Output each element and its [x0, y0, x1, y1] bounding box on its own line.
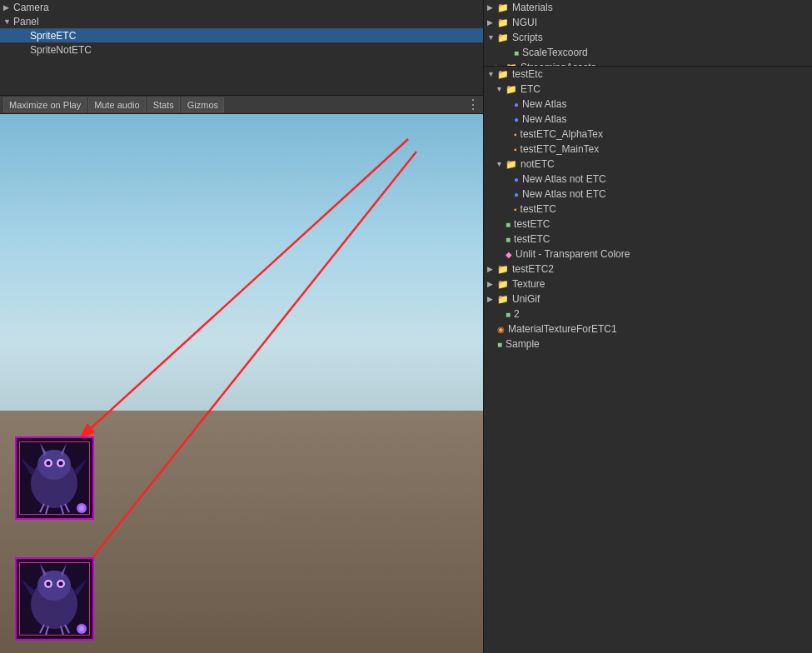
- script-icon: ■: [506, 220, 511, 229]
- proj-new-atlas-not-etc-2[interactable]: ● New Atlas not ETC: [484, 187, 812, 202]
- proj-testetc-maintex[interactable]: ▪ testETC_MainTex: [484, 142, 812, 157]
- svg-point-11: [47, 461, 51, 466]
- item-label: testETC: [514, 218, 550, 230]
- sky-background: [0, 114, 483, 437]
- proj-materials[interactable]: ▶ 📁 Materials: [484, 0, 812, 15]
- texture-icon: ▪: [514, 205, 517, 214]
- proj-materialtextureforetc1[interactable]: ◉ MaterialTextureForETC1: [484, 322, 812, 336]
- hierarchy-item-spriteetc[interactable]: SpriteETC: [0, 28, 483, 42]
- proj-2-script[interactable]: ■ 2: [484, 307, 812, 322]
- item-label: Unlit - Transparent Colore: [516, 248, 630, 260]
- script-icon: ■: [506, 310, 511, 319]
- scene-panel: ▶ Camera ▼ Panel SpriteETC SpriteNotETC …: [0, 0, 483, 653]
- top-hierarchy: ▶ 📁 Materials ▶ 📁 NGUI ▼ 📁 Scripts ■ Sca…: [484, 0, 812, 67]
- folder-icon: 📁: [506, 84, 517, 95]
- hierarchy-panel: ▶ Camera ▼ Panel SpriteETC SpriteNotETC: [0, 0, 483, 96]
- folder-icon: 📁: [506, 159, 517, 170]
- expand-icon: ▶: [487, 265, 494, 273]
- folder-icon: 📁: [497, 294, 509, 305]
- item-label: ScaleTexcoord: [522, 47, 588, 58]
- proj-etc-folder[interactable]: ▼ 📁 ETC: [484, 82, 812, 97]
- item-label: ETC: [521, 83, 541, 95]
- item-label: testETC2: [512, 263, 554, 275]
- item-label: notETC: [521, 158, 555, 170]
- expand-icon: ▶: [487, 3, 494, 12]
- script-icon: ■: [497, 340, 502, 349]
- expand-icon: ▶: [487, 280, 494, 288]
- shader-icon: ◆: [506, 250, 512, 259]
- folder-icon: 📁: [497, 264, 509, 275]
- sprite-etc: [15, 436, 94, 520]
- svg-point-25: [37, 571, 71, 601]
- mute-btn[interactable]: Mute audio: [88, 97, 145, 112]
- proj-new-atlas-not-etc-1[interactable]: ● New Atlas not ETC: [484, 172, 812, 187]
- proj-testetc-script1[interactable]: ■ testETC: [484, 217, 812, 232]
- expand-icon: ▼: [496, 160, 502, 168]
- svg-point-30: [47, 582, 51, 586]
- hierarchy-label: SpriteETC: [30, 30, 76, 42]
- proj-scripts[interactable]: ▼ 📁 Scripts: [484, 30, 812, 45]
- material-icon: ◉: [497, 325, 505, 334]
- atlas-icon: ●: [514, 175, 519, 184]
- expand-icon: ▶: [487, 18, 494, 27]
- proj-testetc-folder[interactable]: ▼ 📁 testEtc: [484, 67, 812, 82]
- sprite-not-etc: [15, 557, 94, 641]
- proj-testetc2-folder[interactable]: ▶ 📁 testETC2: [484, 262, 812, 277]
- more-options-icon[interactable]: ⋮: [466, 97, 480, 112]
- dragon-art-top: [19, 441, 90, 515]
- expand-icon: ▼: [487, 70, 494, 78]
- expand-icon: ▼: [487, 33, 494, 42]
- texture-icon: ▪: [514, 130, 517, 139]
- item-label: Sample: [506, 338, 540, 350]
- proj-texture-folder[interactable]: ▶ 📁 Texture: [484, 277, 812, 292]
- proj-testetc-alphatex[interactable]: ▪ testETC_AlphaTex: [484, 127, 812, 142]
- proj-notetc-folder[interactable]: ▼ 📁 notETC: [484, 157, 812, 172]
- expand-icon: ▼: [496, 85, 502, 93]
- proj-testetc-texture[interactable]: ▪ testETC: [484, 202, 812, 217]
- hierarchy-label: Camera: [13, 2, 49, 13]
- item-label: testETC: [514, 233, 550, 245]
- proj-testetc-script2[interactable]: ■ testETC: [484, 232, 812, 247]
- expand-arrow: ▼: [3, 17, 10, 26]
- proj-unigif-folder[interactable]: ▶ 📁 UniGif: [484, 292, 812, 307]
- svg-point-20: [79, 506, 84, 511]
- item-label: New Atlas: [522, 98, 566, 110]
- proj-sample-script[interactable]: ■ Sample: [484, 336, 812, 351]
- proj-streamingassets[interactable]: ▶ 📁 StreamingAssets: [484, 60, 812, 67]
- right-panel: ▶ 📁 Materials ▶ 📁 NGUI ▼ 📁 Scripts ■ Sca…: [483, 0, 812, 653]
- hierarchy-item-panel[interactable]: ▼ Panel: [0, 14, 483, 28]
- svg-point-12: [59, 461, 63, 466]
- item-label: testETC_MainTex: [521, 143, 600, 155]
- scene-viewport: [0, 114, 483, 653]
- proj-scaletexcoord[interactable]: ■ ScaleTexcoord: [484, 45, 812, 60]
- script-icon: ■: [514, 48, 519, 57]
- svg-point-31: [59, 582, 63, 586]
- hierarchy-item-camera[interactable]: ▶ Camera: [0, 0, 483, 14]
- folder-icon: 📁: [497, 279, 509, 290]
- dragon-art-bottom: [19, 562, 90, 636]
- folder-icon: 📁: [497, 32, 509, 43]
- item-label: NGUI: [512, 17, 537, 28]
- proj-ngui[interactable]: ▶ 📁 NGUI: [484, 15, 812, 30]
- expand-icon: ▶: [487, 295, 494, 303]
- maximize-btn[interactable]: Maximize on Play: [3, 97, 87, 112]
- item-label: New Atlas: [522, 113, 566, 125]
- svg-point-39: [79, 626, 84, 631]
- proj-new-atlas-2[interactable]: ● New Atlas: [484, 112, 812, 127]
- script-icon: ■: [506, 235, 511, 244]
- project-panel: ▼ 📁 testEtc ▼ 📁 ETC ● New Atlas ● New At…: [484, 67, 812, 653]
- expand-arrow: ▶: [3, 3, 10, 12]
- item-label: testETC: [521, 203, 556, 215]
- svg-point-6: [37, 450, 71, 480]
- folder-icon: 📁: [497, 17, 509, 28]
- stats-btn[interactable]: Stats: [147, 97, 180, 112]
- hierarchy-item-spritnotetc[interactable]: SpriteNotETC: [0, 42, 483, 57]
- proj-unlit-transparent[interactable]: ◆ Unlit - Transparent Colore: [484, 247, 812, 262]
- folder-icon: 📁: [497, 69, 509, 80]
- game-toolbar: Maximize on Play Mute audio Stats Gizmos…: [0, 96, 483, 114]
- gizmos-btn[interactable]: Gizmos: [182, 97, 224, 112]
- atlas-icon: ●: [514, 100, 519, 109]
- item-label: Materials: [512, 2, 553, 13]
- proj-new-atlas-1[interactable]: ● New Atlas: [484, 97, 812, 112]
- folder-icon: 📁: [497, 2, 509, 13]
